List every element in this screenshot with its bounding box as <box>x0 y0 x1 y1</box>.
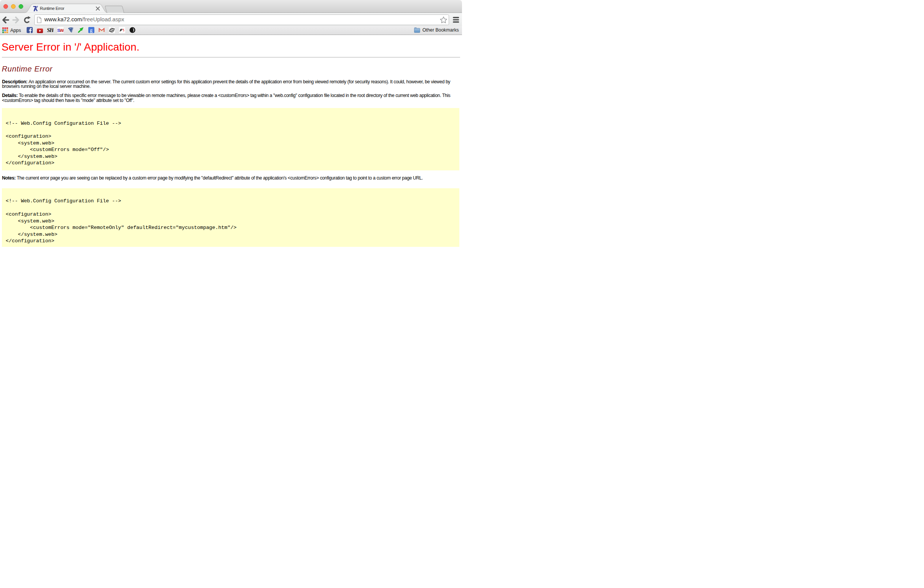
svg-text:g: g <box>90 27 92 33</box>
svg-text:H: H <box>49 27 53 33</box>
svg-text:W: W <box>60 28 64 32</box>
